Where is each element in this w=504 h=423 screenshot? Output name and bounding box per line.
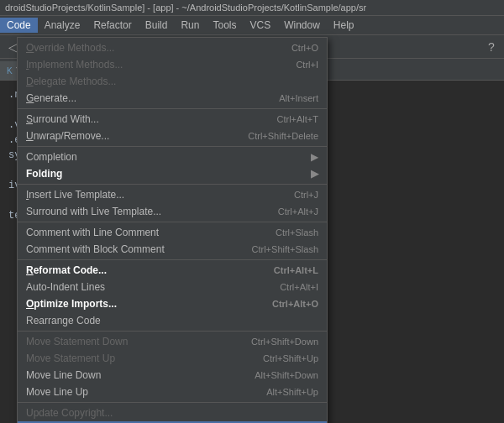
- menu-help[interactable]: Help: [327, 18, 361, 33]
- menu-sep-1: [18, 108, 327, 109]
- menu-tools[interactable]: Tools: [206, 18, 243, 33]
- menu-surround-live-template[interactable]: Surround with Live Template... Ctrl+Alt+…: [18, 203, 327, 220]
- menu-bar: Code Analyze Refactor Build Run Tools VC…: [0, 16, 504, 35]
- menu-completion[interactable]: Completion ▶: [18, 149, 327, 165]
- code-dropdown-menu: Override Methods... Ctrl+O Implement Met…: [17, 37, 328, 423]
- menu-vcs[interactable]: VCS: [243, 18, 277, 33]
- tab-icon-1: K: [7, 66, 13, 76]
- menu-move-stmt-up[interactable]: Move Statement Up Ctrl+Shift+Up: [18, 350, 327, 367]
- menu-sep-5: [18, 259, 327, 260]
- title-text: droidStudioProjects/KotlinSample] - [app…: [5, 3, 366, 13]
- menu-run[interactable]: Run: [174, 18, 206, 33]
- menu-sep-3: [18, 184, 327, 185]
- menu-window[interactable]: Window: [277, 18, 327, 33]
- menu-sep-6: [18, 331, 327, 332]
- menu-folding[interactable]: Folding ▶: [18, 165, 327, 182]
- menu-auto-indent[interactable]: Auto-Indent Lines Ctrl+Alt+I: [18, 279, 327, 295]
- folding-arrow: ▶: [311, 168, 318, 180]
- menu-surround-with[interactable]: Surround With... Ctrl+Alt+T: [18, 111, 327, 128]
- menu-sep-2: [18, 146, 327, 147]
- menu-insert-live-template[interactable]: Insert Live Template... Ctrl+J: [18, 186, 327, 203]
- menu-implement-methods[interactable]: Implement Methods... Ctrl+I: [18, 56, 327, 73]
- menu-comment-line[interactable]: Comment with Line Comment Ctrl+Slash: [18, 224, 327, 241]
- menu-optimize-imports[interactable]: Optimize Imports... Ctrl+Alt+O: [18, 295, 327, 312]
- menu-rearrange-code[interactable]: Rearrange Code: [18, 312, 327, 329]
- menu-generate[interactable]: Generate... Alt+Insert: [18, 90, 327, 107]
- menu-analyze[interactable]: Analyze: [38, 18, 87, 33]
- menu-code[interactable]: Code: [0, 18, 38, 33]
- menu-refactor[interactable]: Refactor: [87, 18, 138, 33]
- menu-unwrap[interactable]: Unwrap/Remove... Ctrl+Shift+Delete: [18, 128, 327, 144]
- menu-update-copyright[interactable]: Update Copyright...: [18, 405, 327, 421]
- menu-comment-block[interactable]: Comment with Block Comment Ctrl+Shift+Sl…: [18, 241, 327, 258]
- menu-sep-4: [18, 222, 327, 222]
- completion-arrow: ▶: [311, 151, 318, 163]
- menu-build[interactable]: Build: [139, 18, 175, 33]
- title-bar: droidStudioProjects/KotlinSample] - [app…: [0, 0, 504, 16]
- menu-move-line-down[interactable]: Move Line Down Alt+Shift+Down: [18, 367, 327, 384]
- menu-move-stmt-down[interactable]: Move Statement Down Ctrl+Shift+Down: [18, 333, 327, 350]
- menu-reformat-code[interactable]: Reformat Code... Ctrl+Alt+L: [18, 262, 327, 279]
- menu-delegate-methods[interactable]: Delegate Methods...: [18, 73, 327, 90]
- menu-override-methods[interactable]: Override Methods... Ctrl+O: [18, 39, 327, 56]
- menu-move-line-up[interactable]: Move Line Up Alt+Shift+Up: [18, 384, 327, 400]
- menu-sep-7: [18, 402, 327, 403]
- toolbar-btn-help[interactable]: ?: [483, 39, 500, 55]
